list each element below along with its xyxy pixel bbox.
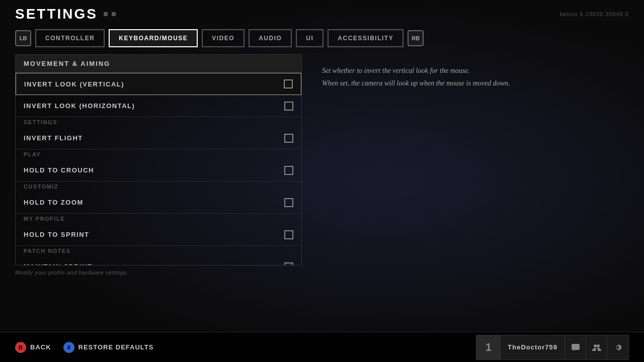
setting-row-invert-look-vertical[interactable]: INVERT LOOK (VERTICAL) [16,73,301,95]
setting-label-invert-look-vertical: INVERT LOOK (VERTICAL) [24,80,124,88]
x-button-icon: X [63,342,74,353]
restore-defaults-button[interactable]: X Restore Defaults [63,342,154,353]
restore-label: Restore Defaults [78,343,154,351]
faded-my-profile: MY PROFILE [16,214,301,224]
checkbox-invert-look-vertical[interactable] [284,79,293,88]
checkbox-hold-to-zoom[interactable] [284,198,293,207]
faded-customiz: CUSTOMIZ [16,182,301,192]
checkbox-maintain-sprint[interactable] [284,262,293,266]
title-dots [104,12,116,16]
svg-point-0 [594,344,597,347]
setting-label-hold-to-crouch: HOLD TO CROUCH [24,166,94,174]
top-bar: SETTINGS falcon 6.10020.20048.0 [0,0,644,22]
checkbox-hold-to-crouch[interactable] [284,166,293,175]
dot-1 [104,12,108,16]
description-line1: Set whether to invert the vertical look … [322,64,629,77]
right-bumper[interactable]: RB [408,30,424,46]
settings-icon-btn[interactable] [607,335,628,359]
description-line2: When set, the camera will look up when t… [322,77,629,89]
back-label: Back [30,343,51,351]
setting-row-hold-to-crouch[interactable]: HOLD TO CROUCH [16,159,301,182]
tab-controller[interactable]: CONTROLLER [35,29,105,47]
tab-keyboard-mouse[interactable]: KEYBOARD/MOUSE [109,29,198,47]
page-title: SETTINGS [15,6,98,22]
settings-panel: MOVEMENT & AIMING INVERT LOOK (VERTICAL)… [15,54,302,326]
dot-2 [112,12,116,16]
tab-video[interactable]: VIDEO [202,29,245,47]
panel-hint: Modify your profile and hardware setting… [15,265,302,280]
checkbox-invert-flight[interactable] [284,134,293,143]
faded-patch-notes: PATCH NOTES [16,246,301,256]
left-bumper[interactable]: LB [15,30,31,46]
player-name: TheDoctor759 [501,343,565,351]
player-number: 1 [476,335,501,359]
setting-row-maintain-sprint[interactable]: MAINTAIN SPRINT [16,256,301,265]
chat-icon-btn[interactable] [565,335,586,359]
checkbox-hold-to-sprint[interactable] [284,230,293,239]
title-row: SETTINGS [15,6,116,22]
setting-row-hold-to-sprint[interactable]: HOLD TO SPRINT [16,224,301,246]
setting-label-invert-look-horizontal: INVERT LOOK (HORIZONTAL) [24,102,135,110]
setting-row-hold-to-zoom[interactable]: HOLD TO ZOOM [16,192,301,214]
b-button-icon: B [15,342,26,353]
description-panel: Set whether to invert the vertical look … [322,54,629,326]
setting-label-maintain-sprint: MAINTAIN SPRINT [24,263,92,265]
tab-ui[interactable]: UI [296,29,324,47]
tab-accessibility[interactable]: ACCESSIBILITY [328,29,404,47]
setting-label-hold-to-sprint: HOLD TO SPRINT [24,231,90,238]
section-header: MOVEMENT & AIMING [16,55,301,73]
tab-audio[interactable]: AUDIO [249,29,292,47]
faded-settings: SETTINGS [16,117,301,127]
bottom-bar: B Back X Restore Defaults 1 TheDoctor759 [0,332,644,362]
setting-row-invert-look-horizontal[interactable]: INVERT LOOK (HORIZONTAL) [16,95,301,117]
players-icon-btn[interactable] [586,335,607,359]
svg-point-1 [597,344,600,347]
version-text: falcon 6.10020.20048.0 [560,11,629,17]
nav-tabs: LB CONTROLLER KEYBOARD/MOUSE VIDEO AUDIO… [0,22,644,54]
bottom-actions: B Back X Restore Defaults [15,342,153,353]
setting-label-invert-flight: INVERT FLIGHT [24,134,83,142]
back-button[interactable]: B Back [15,342,51,353]
content-area: MOVEMENT & AIMING INVERT LOOK (VERTICAL)… [0,54,644,326]
setting-label-hold-to-zoom: HOLD TO ZOOM [24,199,84,206]
checkbox-invert-look-horizontal[interactable] [284,102,293,111]
faded-play: PLAY [16,149,301,159]
settings-scroll-container[interactable]: MOVEMENT & AIMING INVERT LOOK (VERTICAL)… [15,54,302,265]
player-card: 1 TheDoctor759 [476,335,629,360]
player-icons [565,335,628,359]
setting-row-invert-flight[interactable]: INVERT FLIGHT [16,127,301,149]
main-container: SETTINGS falcon 6.10020.20048.0 LB CONTR… [0,0,644,362]
